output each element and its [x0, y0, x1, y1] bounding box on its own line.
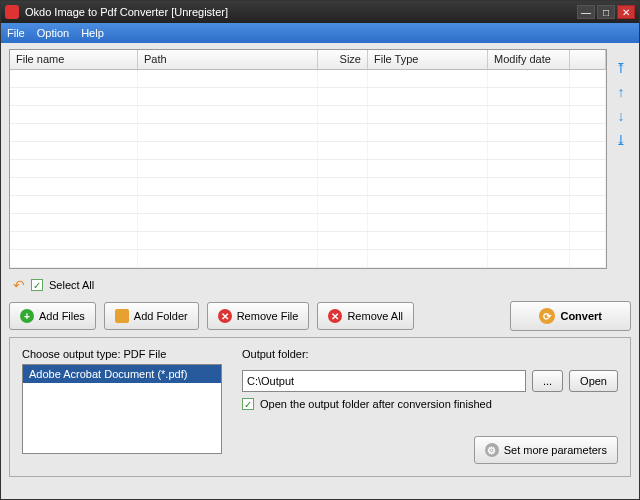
add-folder-label: Add Folder	[134, 310, 188, 322]
file-table[interactable]: File name Path Size File Type Modify dat…	[9, 49, 607, 269]
maximize-button[interactable]: □	[597, 5, 615, 19]
app-window: Okdo Image to Pdf Converter [Unregister]…	[0, 0, 640, 500]
remove-file-button[interactable]: ✕Remove File	[207, 302, 310, 330]
output-type-item[interactable]: Adobe Acrobat Document (*.pdf)	[23, 365, 221, 383]
plus-icon: +	[20, 309, 34, 323]
table-row	[10, 106, 606, 124]
action-buttons: +Add Files Add Folder ✕Remove File ✕Remo…	[9, 301, 631, 331]
reorder-buttons: ⤒ ↑ ↓ ⤓	[607, 49, 631, 269]
remove-file-label: Remove File	[237, 310, 299, 322]
menu-help[interactable]: Help	[81, 27, 104, 39]
table-row	[10, 196, 606, 214]
browse-button[interactable]: ...	[532, 370, 563, 392]
table-body	[10, 70, 606, 268]
table-row	[10, 232, 606, 250]
move-down-button[interactable]: ↓	[612, 107, 630, 125]
table-row	[10, 250, 606, 268]
remove-icon: ✕	[218, 309, 232, 323]
table-row	[10, 124, 606, 142]
select-all-checkbox[interactable]: ✓	[31, 279, 43, 291]
convert-label: Convert	[560, 310, 602, 322]
table-row	[10, 178, 606, 196]
select-all-label: Select All	[49, 279, 94, 291]
col-filename[interactable]: File name	[10, 50, 138, 69]
close-button[interactable]: ✕	[617, 5, 635, 19]
move-bottom-button[interactable]: ⤓	[612, 131, 630, 149]
content-area: File name Path Size File Type Modify dat…	[1, 43, 639, 499]
col-modify[interactable]: Modify date	[488, 50, 570, 69]
select-row: ↶ ✓ Select All	[9, 275, 631, 295]
more-parameters-button[interactable]: ⚙Set more parameters	[474, 436, 618, 464]
output-type-list[interactable]: Adobe Acrobat Document (*.pdf)	[22, 364, 222, 454]
add-folder-button[interactable]: Add Folder	[104, 302, 199, 330]
convert-icon: ⟳	[539, 308, 555, 324]
table-row	[10, 142, 606, 160]
choose-output-label: Choose output type: PDF File	[22, 348, 222, 360]
col-path[interactable]: Path	[138, 50, 318, 69]
output-folder-input[interactable]	[242, 370, 526, 392]
table-row	[10, 214, 606, 232]
undo-icon[interactable]: ↶	[13, 277, 25, 293]
menu-option[interactable]: Option	[37, 27, 69, 39]
table-header: File name Path Size File Type Modify dat…	[10, 50, 606, 70]
table-row	[10, 160, 606, 178]
add-files-label: Add Files	[39, 310, 85, 322]
add-files-button[interactable]: +Add Files	[9, 302, 96, 330]
convert-button[interactable]: ⟳Convert	[510, 301, 631, 331]
output-panel: Choose output type: PDF File Adobe Acrob…	[9, 337, 631, 477]
app-icon	[5, 5, 19, 19]
move-up-button[interactable]: ↑	[612, 83, 630, 101]
remove-all-icon: ✕	[328, 309, 342, 323]
minimize-button[interactable]: —	[577, 5, 595, 19]
more-parameters-label: Set more parameters	[504, 444, 607, 456]
folder-icon	[115, 309, 129, 323]
output-folder-label: Output folder:	[242, 348, 618, 360]
table-row	[10, 70, 606, 88]
table-row	[10, 88, 606, 106]
titlebar: Okdo Image to Pdf Converter [Unregister]…	[1, 1, 639, 23]
remove-all-button[interactable]: ✕Remove All	[317, 302, 414, 330]
move-top-button[interactable]: ⤒	[612, 59, 630, 77]
gear-icon: ⚙	[485, 443, 499, 457]
open-after-checkbox[interactable]: ✓	[242, 398, 254, 410]
open-after-label: Open the output folder after conversion …	[260, 398, 492, 410]
col-filetype[interactable]: File Type	[368, 50, 488, 69]
menu-file[interactable]: File	[7, 27, 25, 39]
menubar: File Option Help	[1, 23, 639, 43]
open-folder-button[interactable]: Open	[569, 370, 618, 392]
window-title: Okdo Image to Pdf Converter [Unregister]	[25, 6, 228, 18]
col-blank	[570, 50, 606, 69]
remove-all-label: Remove All	[347, 310, 403, 322]
col-size[interactable]: Size	[318, 50, 368, 69]
